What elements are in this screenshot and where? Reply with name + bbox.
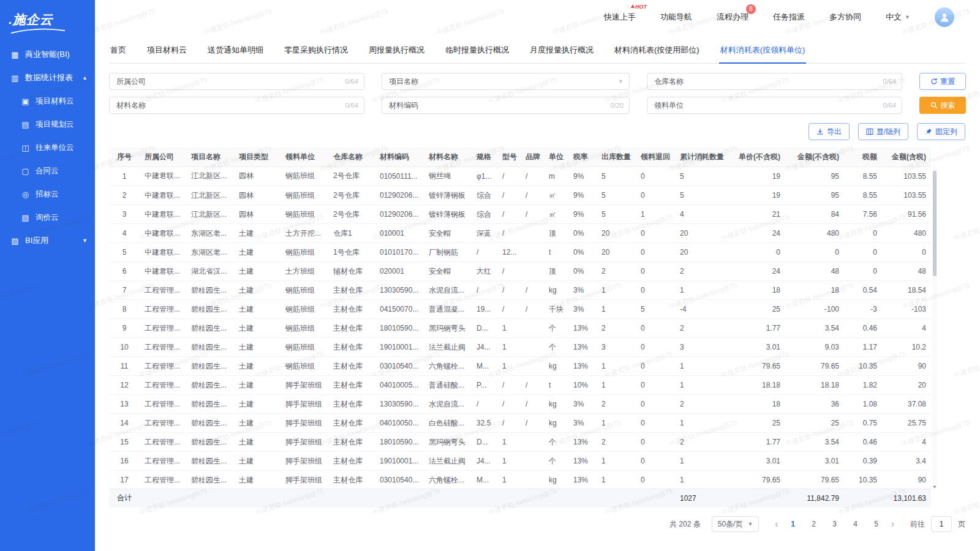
table-cell: 0 <box>636 433 675 452</box>
table-cell: 东湖区老... <box>186 224 234 243</box>
table-cell: 顶 <box>544 262 568 281</box>
sidebar-item-bi[interactable]: ▦ 商业智能(BI) <box>0 43 95 66</box>
page-button-3[interactable]: 3 <box>827 520 842 528</box>
nav-feature-guide[interactable]: 功能导航 <box>660 12 692 23</box>
table-cell: 13% <box>568 452 597 471</box>
table-row: 11工程管理...碧桂园生...土建钢筋班组主材仓库03010540...六角螺… <box>109 357 931 376</box>
sidebar-item-project-material-cloud[interactable]: ▣ 项目材料云 <box>0 89 95 113</box>
tab-sporadic-purchase[interactable]: 零星采购执行情况 <box>283 42 349 63</box>
filter-label: 材料名称 <box>116 100 146 111</box>
table-cell: 0 <box>636 281 675 300</box>
tab-monthly-report[interactable]: 月度报量执行概况 <box>529 42 595 63</box>
reset-button[interactable]: 重置 <box>919 73 966 90</box>
fixed-columns-button[interactable]: 固定列 <box>917 123 965 140</box>
table-cell: 0 <box>636 376 675 395</box>
tab-delivery-note-detail[interactable]: 送货通知单明细 <box>206 42 265 63</box>
table-cell: 1 <box>497 319 521 338</box>
tab-consumption-by-location[interactable]: 材料消耗表(按使用部位) <box>613 42 701 63</box>
nav-label: 功能导航 <box>660 12 692 21</box>
export-button[interactable]: 导出 <box>809 123 850 140</box>
tab-project-material[interactable]: 项目材料云 <box>146 42 188 63</box>
table-cell: 03010540... <box>375 471 424 489</box>
logo-swoosh-icon <box>10 28 66 34</box>
filter-actions-row2: 搜索 <box>919 97 966 114</box>
table-cell: 六角螺栓... <box>424 471 472 489</box>
requisition-unit-filter-input[interactable] <box>691 101 880 110</box>
language-select[interactable]: 中文 ▼ <box>886 12 910 23</box>
column-header: 材料名称 <box>424 148 472 167</box>
table-cell: 2 <box>597 262 636 281</box>
tab-home[interactable]: 首页 <box>109 42 127 63</box>
table-cell: 安全帽 <box>424 262 472 281</box>
next-page-button[interactable]: › <box>890 519 895 529</box>
tab-weekly-report[interactable]: 周报量执行概况 <box>368 42 426 63</box>
table-vertical-scrollbar[interactable]: ▼ <box>932 167 937 488</box>
nav-quick-start[interactable]: HOT 快速上手 <box>604 12 636 23</box>
table-cell: 01010170... <box>375 243 424 262</box>
tab-consumption-by-unit[interactable]: 材料消耗表(按领料单位) <box>719 42 807 63</box>
tab-temporary-report[interactable]: 临时报量执行概况 <box>444 42 510 63</box>
table-cell: 碧桂园生... <box>186 471 234 489</box>
sidebar-item-bidding-cloud[interactable]: ◎ 招标云 <box>0 182 95 206</box>
char-counter: 0/64 <box>883 102 896 109</box>
table-cell: 碧桂园生... <box>186 319 234 338</box>
table-cell: 20 <box>882 376 931 395</box>
table-cell: 3.01 <box>729 338 785 357</box>
table-cell: 土建 <box>234 471 281 489</box>
table-cell: D... <box>472 433 497 452</box>
summary-cell <box>568 489 597 508</box>
table-cell: 个 <box>544 433 568 452</box>
scrollbar-down-arrow-icon[interactable]: ▼ <box>932 484 937 490</box>
avatar[interactable] <box>935 7 954 27</box>
table-cell: 大红 <box>472 262 497 281</box>
material-code-filter-input[interactable] <box>426 101 607 110</box>
prev-page-button[interactable]: ‹ <box>774 519 779 529</box>
table-cell: 13% <box>568 338 597 357</box>
page-button-5[interactable]: 5 <box>869 520 884 528</box>
nav-process-handling[interactable]: 8 流程办理 <box>717 12 748 23</box>
table-cell: 5 <box>597 186 636 205</box>
goto-page-input[interactable] <box>931 516 952 532</box>
table-cell: 1 <box>597 300 636 319</box>
search-button[interactable]: 搜索 <box>919 97 966 114</box>
table-cell: 1 <box>109 167 140 186</box>
warehouse-filter-input[interactable] <box>691 77 880 86</box>
material-name-filter-input[interactable] <box>153 101 342 110</box>
table-cell: 3 <box>675 338 729 357</box>
sidebar-item-contract-cloud[interactable]: ▢ 合同云 <box>0 159 95 182</box>
table-cell: 10.35 <box>844 471 882 489</box>
table-cell: 1 <box>636 205 675 224</box>
table-cell: 5 <box>109 243 140 262</box>
page-button-1[interactable]: 1 <box>786 520 801 528</box>
nav-task-assign[interactable]: 任务指派 <box>773 12 805 23</box>
company-filter-input[interactable] <box>153 77 342 86</box>
nav-multi-collaboration[interactable]: 多方协同 <box>829 12 861 23</box>
table-cell: 土建 <box>234 357 281 376</box>
table-cell: 3.54 <box>785 319 844 338</box>
page-size-select[interactable]: 50条/页 ▼ <box>712 516 760 532</box>
sidebar-item-data-reports[interactable]: ▥ 数据统计报表 ▲ <box>0 66 95 89</box>
table-cell: 9% <box>568 167 597 186</box>
sidebar-item-inquiry-cloud[interactable]: ▧ 询价云 <box>0 206 95 229</box>
scrollbar-thumb[interactable] <box>933 171 937 276</box>
sidebar-item-label: 项目材料云 <box>36 96 74 107</box>
table-cell: 0 <box>882 243 931 262</box>
sidebar-item-partner-cloud[interactable]: ◫ 往来单位云 <box>0 136 95 159</box>
page-button-4[interactable]: 4 <box>848 520 863 528</box>
sidebar-item-project-planning-cloud[interactable]: ▤ 项目规划云 <box>0 113 95 136</box>
project-filter-select[interactable] <box>426 77 614 86</box>
table-cell: 中建君联... <box>140 243 186 262</box>
sidebar-item-bi-app[interactable]: ▨ BI应用 ▼ <box>0 229 95 252</box>
table-cell: 1 <box>675 376 729 395</box>
table-cell: 顶 <box>544 224 568 243</box>
page-button-2[interactable]: 2 <box>807 520 821 528</box>
toggle-columns-button[interactable]: 显/隐列 <box>858 123 908 140</box>
table-cell: φ1... <box>472 167 497 186</box>
column-header: 税额 <box>844 148 882 167</box>
column-header: 序号 <box>109 148 140 167</box>
table-cell: 主材仓库 <box>328 319 375 338</box>
table-cell: 镀锌薄钢板 <box>424 205 472 224</box>
fixed-columns-label: 固定列 <box>935 127 957 137</box>
table-cell: 土建 <box>234 414 281 433</box>
table-cell: 个 <box>544 319 568 338</box>
